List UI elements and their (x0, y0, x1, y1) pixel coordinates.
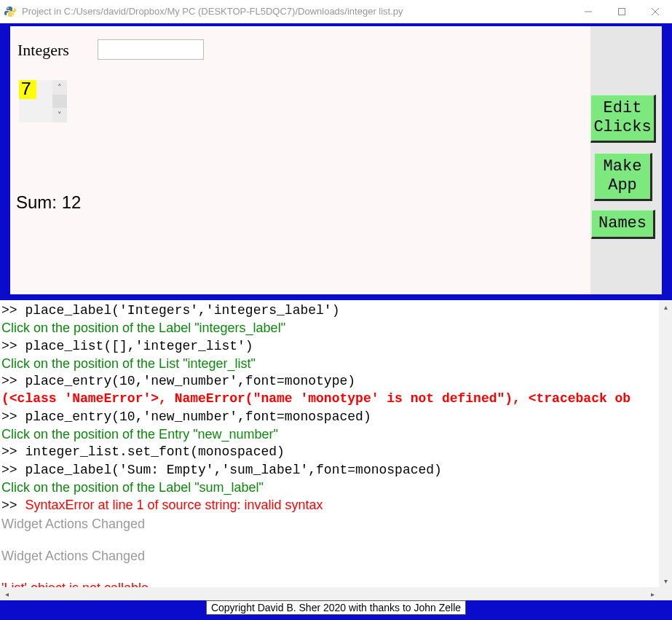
scroll-corner (659, 587, 672, 600)
new-number-entry[interactable] (98, 39, 204, 60)
side-button-panel: Edit Clicks Make App Names (590, 26, 662, 294)
console-line: >> integer_list.set_font(monospaced) (1, 443, 656, 460)
console-panel: >> place_label('Integers','integers_labe… (0, 300, 672, 600)
window-title: Project in C:/Users/david/Dropbox/My PC … (22, 6, 572, 17)
console-line: 'List' object is not callable (1, 579, 656, 587)
window-titlebar: Project in C:/Users/david/Dropbox/My PC … (0, 0, 672, 23)
list-item[interactable]: 7 (19, 80, 36, 99)
console-line: Widget Actions Changed (1, 515, 656, 533)
integer-listbox[interactable]: 7 ˄ ˅ (19, 80, 67, 122)
scroll-thumb[interactable] (52, 95, 67, 108)
close-button[interactable] (639, 0, 672, 23)
scroll-right-icon[interactable]: ▸ (646, 587, 659, 600)
console-line: Click on the position of the Label "inte… (1, 319, 656, 337)
footer-bar: Copyright David B. Sher 2020 with thanks… (0, 600, 672, 620)
names-button[interactable]: Names (591, 210, 655, 239)
integers-label: Integers (17, 41, 69, 60)
console-line: >> place_list([],'integer_list') (1, 337, 656, 355)
console-line: (<class 'NameError'>, NameError("name 'm… (1, 390, 656, 407)
console-vertical-scrollbar[interactable]: ▴ ▾ (659, 300, 672, 587)
console-line: >> SyntaxError at line 1 of source strin… (1, 496, 656, 514)
console-line: >> place_label('Sum: Empty','sum_label',… (1, 461, 656, 479)
console-line: Click on the position of the Label "sum_… (1, 479, 656, 496)
svg-point-0 (7, 7, 9, 9)
svg-point-1 (12, 14, 13, 15)
copyright-label: Copyright David B. Sher 2020 with thanks… (206, 600, 466, 615)
scroll-down-icon[interactable]: ˅ (52, 108, 67, 122)
app-icon (4, 6, 16, 17)
svg-rect-3 (619, 8, 625, 15)
app-frame: Integers 7 ˄ ˅ Sum: 12 Edit Clicks Make … (0, 23, 672, 620)
listbox-scrollbar[interactable]: ˄ ˅ (52, 80, 67, 122)
console-line (1, 533, 656, 547)
scroll-up-icon[interactable]: ▴ (659, 300, 672, 313)
console-line: >> place_entry(10,'new_number',font=mono… (1, 408, 656, 425)
console-line: Click on the position of the Entry "new_… (1, 425, 656, 443)
make-app-button[interactable]: Make App (594, 153, 652, 201)
console-line: Widget Actions Changed (1, 547, 656, 565)
maximize-button[interactable] (605, 0, 639, 23)
console-line: >> place_label('Integers','integers_labe… (1, 302, 656, 319)
minimize-button[interactable] (572, 0, 605, 23)
canvas-panel: Integers 7 ˄ ˅ Sum: 12 (10, 26, 590, 294)
console-line (1, 565, 656, 579)
scroll-up-icon[interactable]: ˄ (52, 80, 67, 95)
scroll-down-icon[interactable]: ▾ (659, 574, 672, 587)
console-text[interactable]: >> place_label('Integers','integers_labe… (0, 300, 659, 587)
scroll-left-icon[interactable]: ◂ (0, 587, 13, 600)
console-line: >> place_entry(10,'new_number',font=mono… (1, 372, 656, 390)
edit-clicks-button[interactable]: Edit Clicks (590, 95, 656, 143)
console-line: Click on the position of the List "integ… (1, 355, 656, 372)
console-horizontal-scrollbar[interactable]: ◂ ▸ (0, 587, 672, 600)
sum-label: Sum: 12 (16, 192, 81, 213)
